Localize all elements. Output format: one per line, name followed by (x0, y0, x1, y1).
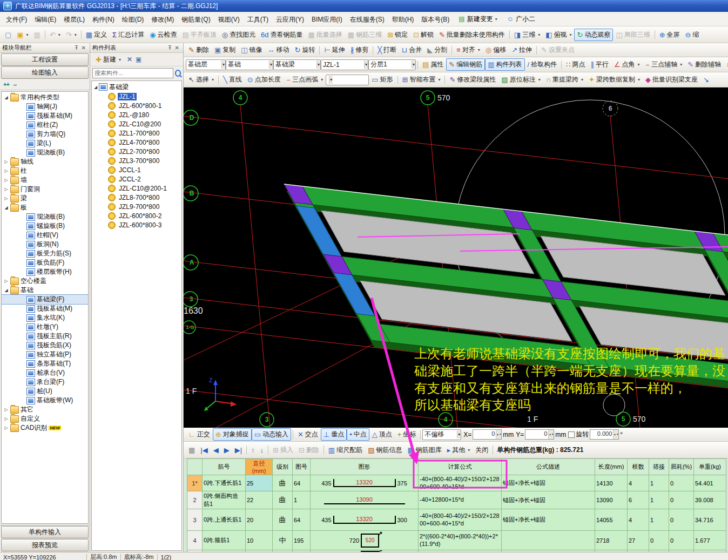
figure-number-cell[interactable]: 64 (293, 509, 311, 531)
down-button[interactable]: ↓ (258, 445, 267, 455)
length-cell[interactable]: 14130 (595, 475, 628, 491)
select-button[interactable]: ↖ 选择 (186, 73, 217, 86)
split-button[interactable]: ◣ 分割 (424, 44, 450, 56)
calculation-formula-cell[interactable]: -40+12800+15*d (419, 491, 502, 509)
tree-item[interactable]: 桩承台(V) (2, 368, 88, 377)
tree-item[interactable]: 柱墩(Y) (2, 322, 88, 332)
other-button[interactable]: ▸ 其他 (444, 444, 473, 456)
component-item[interactable]: JZL-600*800-1 (92, 101, 181, 110)
mirror-button[interactable]: ◫ 镜像 (238, 44, 265, 56)
menu-item[interactable]: 在线服务(S) (346, 14, 388, 25)
offset-combo[interactable]: 不偏移 (422, 429, 461, 440)
new-change-button[interactable]: ▤ 新建变更 ▾ (454, 14, 501, 25)
rebar-name-cell[interactable]: 0跨.箍筋1 (203, 531, 246, 550)
column-header[interactable]: 公式描述 (502, 459, 595, 475)
shape-cell[interactable]: 720 520 (311, 550, 419, 552)
y-input[interactable]: 0▲▼ (525, 429, 554, 440)
figure-number-cell[interactable]: 195 (293, 550, 311, 552)
delete-aux-button[interactable]: ✎ 删除辅轴 (685, 58, 724, 71)
lap-cell[interactable]: 0 (649, 531, 669, 550)
count-cell[interactable]: 27 (628, 531, 649, 550)
modify-beam-props-button[interactable]: ✎ 修改梁段属性 (447, 73, 498, 86)
unit-weight-cell[interactable]: 34.716 (694, 509, 726, 531)
tree-item[interactable]: 筏板负筋(X) (2, 341, 88, 350)
calculation-formula-cell[interactable]: -40+(800-40-40)/2+150/2+12800+600-40+15*… (419, 509, 502, 531)
expander-icon[interactable]: ◢ (4, 205, 9, 210)
category-combo[interactable]: 基础 (226, 59, 273, 70)
component-item[interactable]: JZL-@180 (92, 110, 181, 119)
component-item-jzl-1[interactable]: JZL-1 (92, 92, 181, 101)
shape-cell[interactable]: 720 520 (311, 531, 419, 550)
perpendicular-button[interactable]: ⊥ 垂点 (321, 428, 347, 441)
tree-item[interactable]: ▷ CAD识别 NEW (2, 423, 88, 433)
offset-button[interactable]: ◎ 偏移 (483, 44, 509, 56)
copy-component-button[interactable]: ▣ (136, 56, 141, 63)
rebar-name-cell[interactable]: 0跨.上通长筋1 (203, 509, 246, 531)
lap-cell[interactable]: 1 (649, 475, 669, 491)
menu-item[interactable]: 文件(F) (2, 14, 31, 25)
column-header[interactable]: 长度(mm) (595, 459, 628, 475)
batch-delete-unused-button[interactable]: ✎ 批量删除未使用构件 (436, 29, 508, 41)
tree-item[interactable]: 板洞(N) (2, 240, 88, 249)
tree-item[interactable]: ▷ 自定义 (2, 414, 88, 423)
diameter-cell[interactable]: 10 (246, 550, 273, 552)
report-preview-button[interactable]: 报表预览 (1, 539, 89, 551)
loss-cell[interactable]: 0 (669, 491, 694, 509)
menu-item[interactable]: 修改(M) (147, 14, 178, 25)
component-item[interactable]: JCCL-2 (92, 174, 181, 184)
expander-icon[interactable]: ▷ (4, 416, 9, 421)
rotate-button[interactable]: ↻ 旋转 (292, 44, 318, 56)
parallel-button[interactable]: ∥ 平行 (588, 58, 611, 71)
tree-item[interactable]: ▷ 梁 (2, 194, 88, 203)
vertex-button[interactable]: △ 顶点 (369, 428, 395, 441)
expander-icon[interactable]: ◢ (4, 288, 9, 293)
properties-button[interactable]: ▤ 属性 (420, 58, 446, 71)
diameter-cell[interactable]: 25 (246, 475, 273, 491)
column-header[interactable]: 计算公式 (419, 459, 502, 475)
component-item[interactable]: JZL-600*800-3 (92, 220, 181, 230)
count-cell[interactable]: 6 (628, 491, 649, 509)
up-button[interactable]: ↑ (248, 445, 258, 455)
spinner-icons[interactable]: ▲▼ (496, 430, 501, 439)
view-3d-button[interactable]: ◨ 三维 (511, 29, 543, 41)
single-component-input-button[interactable]: 单构件输入 (1, 526, 89, 538)
expander-icon[interactable]: ▷ (4, 159, 9, 164)
expander-icon[interactable]: ▷ (4, 187, 9, 192)
calculation-formula-cell[interactable]: 2*(((600-2*40-2*d-25)/3*1+25+0*d)+(800-2… (419, 550, 502, 552)
row-number-cell[interactable]: 3 (187, 509, 203, 531)
cloud-check-button[interactable]: ◉ 云检查 (147, 29, 179, 41)
unlock-button[interactable]: ⊡ 解锁 (410, 29, 436, 41)
expander-icon[interactable]: ▷ (4, 178, 9, 183)
rebar-name-cell[interactable]: 0跨.下通长筋1 (203, 475, 246, 491)
intersection-button[interactable]: ✕ 交点 (295, 428, 321, 441)
close-icon[interactable]: ✕ (80, 45, 87, 51)
column-header[interactable] (187, 459, 203, 475)
summary-calc-button[interactable]: Σ 汇总计算 (110, 29, 147, 41)
expander-icon[interactable]: ◢ (94, 85, 97, 90)
tree-item[interactable]: ▷ 其它 (2, 405, 88, 414)
tree-item[interactable]: 板受力筋(S) (2, 249, 88, 258)
two-point-button[interactable]: ∷ 两点 (563, 58, 588, 71)
tree-item[interactable]: 桩(U) (2, 387, 88, 396)
tree-item[interactable]: 框柱(Z) (2, 120, 88, 130)
lap-cell[interactable]: 1 (649, 509, 669, 531)
delete-component-button[interactable]: ✕ (127, 56, 132, 63)
batch-identify-supports-button[interactable]: ◆ 批量识别梁支座 (643, 73, 700, 86)
tree-item[interactable]: ▷ 墙 (2, 176, 88, 185)
rebar-name-cell[interactable]: 0跨.侧面构造筋1 (203, 491, 246, 509)
menu-item[interactable]: 云应用(Y) (272, 14, 308, 25)
coordinate-button[interactable]: + 坐标 (395, 428, 419, 441)
rebar-name-cell[interactable]: 0跨.箍筋2 (203, 550, 246, 552)
diameter-cell[interactable]: 10 (246, 531, 273, 550)
formula-description-cell[interactable] (502, 531, 595, 550)
tree-item[interactable]: ◢ 板 (2, 203, 88, 212)
break-button[interactable]: ╳ 打断 (375, 44, 399, 56)
close-icon[interactable]: ✕ (173, 45, 181, 51)
figure-number-cell[interactable]: 195 (293, 531, 311, 550)
tree-item[interactable]: 现浇板(B) (2, 212, 88, 221)
shape-cell[interactable]: 435 13320 300 (311, 509, 419, 531)
formula-description-cell[interactable]: 锚固+净长+锚固 (502, 475, 595, 491)
three-point-arc-button[interactable]: ⌢ 三点画弧 (284, 73, 326, 86)
component-item[interactable]: JZL-C10@200 (92, 119, 181, 129)
arc-combo[interactable] (326, 75, 369, 85)
